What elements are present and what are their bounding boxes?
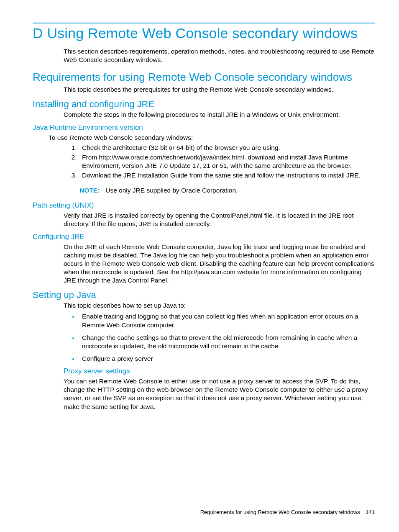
subsection-install-jre-heading: Installing and configuring JRE	[33, 99, 375, 110]
list-item: Check the architecture (32-bit or 64-bit…	[79, 144, 375, 152]
list-item: Download the JRE Installation Guide from…	[79, 171, 375, 180]
subsubsection-path-heading: Path setting (UNIX)	[33, 201, 375, 210]
subsubsection-configuring-jre-heading: Configuring JRE	[33, 233, 375, 241]
page-title: D Using Remote Web Console secondary win…	[33, 25, 375, 41]
list-item: Enable tracing and logging so that you c…	[79, 312, 375, 329]
java-intro: This topic describes how to set up Java …	[64, 301, 375, 310]
jre-version-intro: To use Remote Web Console secondary wind…	[49, 134, 375, 142]
subsubsection-jre-version-heading: Java Runtime Environment version	[33, 123, 375, 132]
top-rule	[33, 23, 375, 23]
subsection-setting-up-java-heading: Setting up Java	[33, 290, 375, 301]
page-footer: Requirements for using Remote Web Consol…	[200, 509, 375, 515]
requirements-intro: This topic describes the prerequisites f…	[64, 85, 375, 94]
subsubsection-proxy-heading: Proxy server settings	[64, 367, 375, 375]
intro-paragraph: This section describes requirements, ope…	[64, 47, 375, 64]
list-item: Configure a proxy server	[79, 355, 375, 363]
path-text: Verify that JRE is installed correctly b…	[64, 211, 375, 228]
section-requirements-heading: Requirements for using Remote Web Consol…	[33, 71, 375, 84]
note-text: Use only JRE supplied by Oracle Corporat…	[105, 187, 238, 194]
document-page: D Using Remote Web Console secondary win…	[0, 0, 399, 532]
note-label: NOTE:	[79, 187, 100, 194]
jre-steps-list: Check the architecture (32-bit or 64-bit…	[64, 144, 375, 180]
list-item: Change the cache settings so that to pre…	[79, 334, 375, 350]
install-jre-intro: Complete the steps in the following proc…	[64, 111, 375, 119]
note-block: NOTE:Use only JRE supplied by Oracle Cor…	[79, 184, 375, 197]
footer-page-number: 141	[366, 509, 375, 515]
footer-section-title: Requirements for using Remote Web Consol…	[200, 509, 360, 515]
proxy-text: You can set Remote Web Console to either…	[64, 377, 375, 411]
java-bullet-list: Enable tracing and logging so that you c…	[64, 312, 375, 363]
list-item: From http://www.oracle.com/technetwork/j…	[79, 153, 375, 170]
configuring-jre-text: On the JRE of each Remote Web Console co…	[64, 243, 375, 285]
